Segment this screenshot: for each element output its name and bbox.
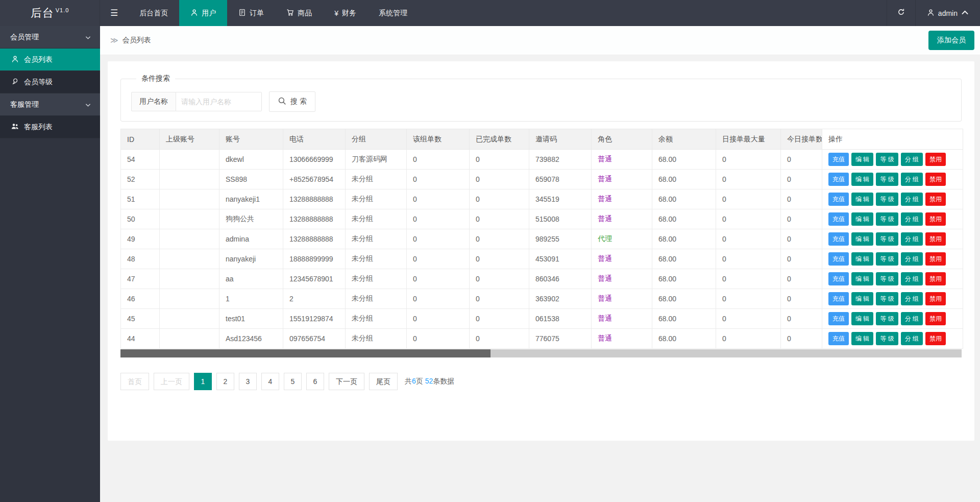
refresh-button[interactable] bbox=[887, 0, 915, 26]
parent-account-cell bbox=[160, 309, 219, 329]
disable-button[interactable]: 禁用 bbox=[925, 153, 946, 166]
sidebar-group-member-management[interactable]: 会员管理 bbox=[0, 26, 100, 49]
edit-button[interactable]: 编 辑 bbox=[851, 332, 873, 345]
user-menu[interactable]: admin bbox=[915, 0, 980, 26]
recharge-button[interactable]: 充值 bbox=[828, 153, 849, 166]
disable-button[interactable]: 禁用 bbox=[925, 232, 946, 246]
recharge-button[interactable]: 充值 bbox=[828, 332, 849, 345]
disable-button[interactable]: 禁用 bbox=[925, 252, 946, 266]
total-items: 52 bbox=[425, 377, 433, 385]
disable-button[interactable]: 禁用 bbox=[925, 292, 946, 305]
account-cell: Asd123456 bbox=[219, 329, 283, 349]
sidebar-item-label: 客服列表 bbox=[24, 123, 53, 132]
recharge-button[interactable]: 充值 bbox=[828, 232, 849, 246]
disable-button[interactable]: 禁用 bbox=[925, 173, 946, 186]
group-cell: 未分组 bbox=[346, 229, 407, 249]
disable-button[interactable]: 禁用 bbox=[925, 312, 946, 325]
pagination-page-3[interactable]: 3 bbox=[239, 373, 257, 390]
recharge-button[interactable]: 充值 bbox=[828, 193, 849, 206]
nav-item-orders[interactable]: 订单 bbox=[227, 0, 275, 26]
pagination-page-1[interactable]: 1 bbox=[194, 373, 212, 390]
edit-button[interactable]: 编 辑 bbox=[851, 153, 873, 166]
recharge-button[interactable]: 充值 bbox=[828, 272, 849, 285]
pagination-page-4[interactable]: 4 bbox=[261, 373, 279, 390]
recharge-button[interactable]: 充值 bbox=[828, 252, 849, 266]
table-row: 49admina13288888888未分组00989255代理68.0000充… bbox=[121, 229, 963, 249]
nav-item-finance[interactable]: ¥ 财务 bbox=[323, 0, 368, 26]
level-button[interactable]: 等 级 bbox=[876, 173, 898, 186]
sidebar-item-member-list[interactable]: 会员列表 bbox=[0, 49, 100, 71]
account-cell: 狗狗公共 bbox=[219, 209, 283, 229]
group-button[interactable]: 分 组 bbox=[901, 312, 923, 325]
menu-collapse-toggle[interactable]: ☰ bbox=[100, 0, 128, 26]
group-button[interactable]: 分 组 bbox=[901, 193, 923, 206]
level-button[interactable]: 等 级 bbox=[876, 212, 898, 226]
level-button[interactable]: 等 级 bbox=[876, 312, 898, 325]
level-button[interactable]: 等 级 bbox=[876, 252, 898, 266]
pagination-page-2[interactable]: 2 bbox=[216, 373, 234, 390]
search-button[interactable]: 搜 索 bbox=[269, 91, 315, 112]
level-button[interactable]: 等 级 bbox=[876, 232, 898, 246]
add-member-button[interactable]: 添加会员 bbox=[928, 31, 974, 50]
group-button[interactable]: 分 组 bbox=[901, 232, 923, 246]
pagination-page-5[interactable]: 5 bbox=[284, 373, 302, 390]
edit-button[interactable]: 编 辑 bbox=[851, 292, 873, 305]
nav-item-home[interactable]: 后台首页 bbox=[128, 0, 179, 26]
col-completed-orders: 已完成单数 bbox=[470, 129, 529, 150]
chevron-down-icon bbox=[85, 33, 91, 41]
phone-cell: 13288888888 bbox=[283, 189, 346, 209]
edit-button[interactable]: 编 辑 bbox=[851, 193, 873, 206]
edit-button[interactable]: 编 辑 bbox=[851, 173, 873, 186]
edit-button[interactable]: 编 辑 bbox=[851, 272, 873, 285]
disable-button[interactable]: 禁用 bbox=[925, 332, 946, 345]
id-cell: 54 bbox=[121, 150, 160, 170]
completed-orders-cell: 0 bbox=[470, 249, 529, 269]
recharge-button[interactable]: 充值 bbox=[828, 312, 849, 325]
balance-cell: 68.00 bbox=[652, 329, 716, 349]
edit-button[interactable]: 编 辑 bbox=[851, 212, 873, 226]
group-button[interactable]: 分 组 bbox=[901, 153, 923, 166]
group-button[interactable]: 分 组 bbox=[901, 252, 923, 266]
group-button[interactable]: 分 组 bbox=[901, 332, 923, 345]
disable-button[interactable]: 禁用 bbox=[925, 212, 946, 226]
pagination-last[interactable]: 尾页 bbox=[369, 373, 398, 390]
level-button[interactable]: 等 级 bbox=[876, 332, 898, 345]
sidebar-item-member-level[interactable]: 会员等级 bbox=[0, 71, 100, 93]
nav-item-users[interactable]: 用户 bbox=[179, 0, 227, 26]
daily-max-cell: 0 bbox=[716, 249, 781, 269]
search-row: 用户名称 搜 索 bbox=[131, 91, 951, 112]
edit-button[interactable]: 编 辑 bbox=[851, 312, 873, 325]
pagination-first[interactable]: 首页 bbox=[120, 373, 149, 390]
parent-account-cell bbox=[160, 289, 219, 309]
group-orders-cell: 0 bbox=[407, 289, 470, 309]
recharge-button[interactable]: 充值 bbox=[828, 173, 849, 186]
level-button[interactable]: 等 级 bbox=[876, 292, 898, 305]
app-title: 后台 bbox=[31, 6, 54, 21]
pagination-page-6[interactable]: 6 bbox=[306, 373, 324, 390]
pagination-next[interactable]: 下一页 bbox=[329, 373, 364, 390]
horizontal-scrollbar-thumb[interactable] bbox=[120, 349, 491, 357]
group-button[interactable]: 分 组 bbox=[901, 292, 923, 305]
col-today-orders: 今日接单数量 bbox=[781, 129, 822, 150]
sidebar-group-service-management[interactable]: 客服管理 bbox=[0, 93, 100, 116]
actions-cell: 充值编 辑等 级分 组禁用 bbox=[822, 150, 963, 170]
group-button[interactable]: 分 组 bbox=[901, 272, 923, 285]
edit-button[interactable]: 编 辑 bbox=[851, 252, 873, 266]
recharge-button[interactable]: 充值 bbox=[828, 292, 849, 305]
disable-button[interactable]: 禁用 bbox=[925, 193, 946, 206]
recharge-button[interactable]: 充值 bbox=[828, 212, 849, 226]
sidebar-item-service-list[interactable]: 客服列表 bbox=[0, 116, 100, 138]
level-button[interactable]: 等 级 bbox=[876, 193, 898, 206]
username-input[interactable] bbox=[176, 92, 262, 111]
pagination-prev[interactable]: 上一页 bbox=[154, 373, 189, 390]
horizontal-scrollbar-track[interactable] bbox=[120, 349, 962, 357]
nav-item-products[interactable]: 商品 bbox=[275, 0, 323, 26]
disable-button[interactable]: 禁用 bbox=[925, 272, 946, 285]
level-button[interactable]: 等 级 bbox=[876, 272, 898, 285]
sidebar: 会员管理 会员列表 会员等级 客服管理 客服列表 bbox=[0, 26, 100, 502]
edit-button[interactable]: 编 辑 bbox=[851, 232, 873, 246]
group-button[interactable]: 分 组 bbox=[901, 173, 923, 186]
group-button[interactable]: 分 组 bbox=[901, 212, 923, 226]
level-button[interactable]: 等 级 bbox=[876, 153, 898, 166]
nav-item-system[interactable]: 系统管理 bbox=[368, 0, 419, 26]
